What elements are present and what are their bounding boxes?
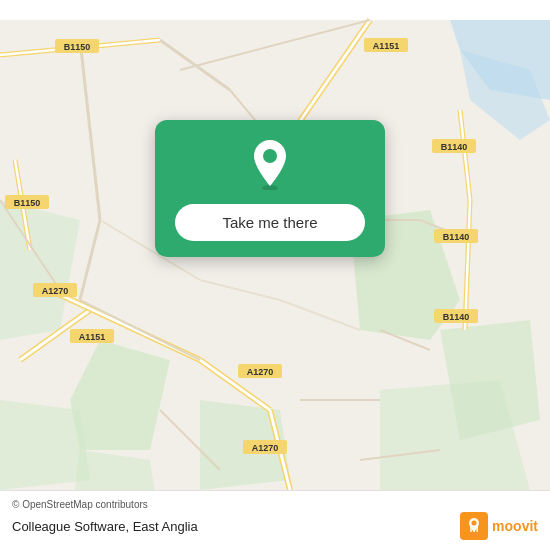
action-card: Take me there [155,120,385,257]
svg-text:B1150: B1150 [64,42,91,52]
svg-text:A1151: A1151 [373,41,400,51]
svg-marker-7 [0,400,90,490]
bottom-bar: © OpenStreetMap contributors Colleague S… [0,490,550,550]
svg-text:B1140: B1140 [443,312,470,322]
svg-text:B1150: B1150 [14,198,41,208]
bottom-info-row: Colleague Software, East Anglia M moovit [12,512,538,540]
location-pin-icon [244,138,296,190]
map-background: B1150 B1150 A1151 A1151 A1151 A1270 A127… [0,0,550,550]
moovit-logo: M moovit [460,512,538,540]
svg-text:A1151: A1151 [79,332,106,342]
svg-point-71 [263,149,277,163]
svg-text:B1140: B1140 [441,142,468,152]
map-container: B1150 B1150 A1151 A1151 A1151 A1270 A127… [0,0,550,550]
svg-text:A1270: A1270 [252,443,279,453]
take-me-there-button[interactable]: Take me there [175,204,365,241]
svg-point-74 [472,521,477,526]
svg-text:A1270: A1270 [42,286,69,296]
moovit-text: moovit [492,518,538,534]
svg-text:B1140: B1140 [443,232,470,242]
attribution-text: © OpenStreetMap contributors [12,499,538,510]
moovit-icon: M [460,512,488,540]
svg-text:A1270: A1270 [247,367,274,377]
location-name: Colleague Software, East Anglia [12,519,198,534]
